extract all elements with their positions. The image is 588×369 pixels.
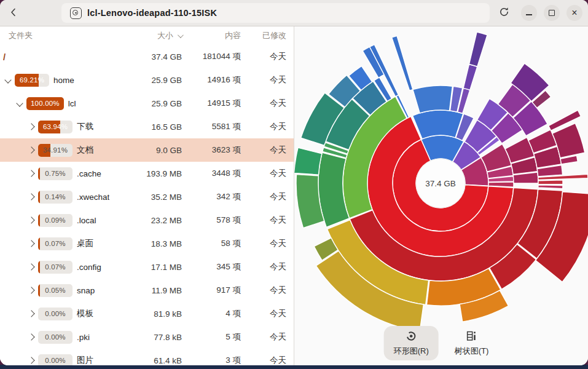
folder-size: 35.2 MB — [130, 192, 182, 202]
treemap-label: 树状图(T) — [455, 346, 489, 357]
header-folder[interactable]: 文件夹 — [0, 30, 130, 41]
rings-chart-label: 环形图(R) — [394, 346, 429, 357]
expander-icon[interactable] — [16, 100, 23, 106]
folder-contents: 3623 项 — [182, 145, 241, 156]
back-button[interactable] — [5, 4, 22, 22]
header-modified[interactable]: 已修改 — [241, 30, 286, 41]
header-size[interactable]: 大小 — [130, 30, 182, 41]
close-icon: × — [571, 8, 577, 18]
ring-segment[interactable] — [392, 36, 413, 90]
folder-modified: 今天 — [241, 74, 286, 85]
ring-segment[interactable] — [469, 32, 487, 66]
folder-rows: /37.4 GB181044 项今天69.21%home25.9 GB14916… — [0, 45, 294, 365]
usage-badge: 100.00% — [26, 97, 64, 110]
expander-icon[interactable] — [28, 193, 34, 200]
usage-badge: 34.91% — [38, 144, 73, 157]
chart-center-circle — [416, 159, 465, 208]
table-row[interactable]: 0.00%模板81.9 kB4 项今天 — [0, 302, 294, 325]
expander-icon[interactable] — [28, 146, 34, 153]
ring-segment[interactable] — [413, 85, 453, 113]
rings-chart[interactable] — [294, 26, 588, 365]
close-button[interactable]: × — [566, 5, 582, 21]
expander-icon[interactable] — [28, 333, 34, 340]
expander-icon[interactable] — [28, 357, 34, 363]
usage-badge: 0.75% — [38, 167, 73, 180]
maximize-button[interactable] — [544, 5, 560, 21]
ring-segment[interactable] — [294, 148, 322, 175]
folder-name: 桌面 — [77, 238, 93, 249]
folder-modified: 今天 — [241, 285, 286, 296]
table-row[interactable]: 0.05%snap11.9 MB917 项今天 — [0, 279, 294, 302]
usage-percent: 0.14% — [45, 193, 66, 200]
folder-contents: 342 项 — [182, 191, 241, 202]
table-row[interactable]: 0.09%.local23.2 MB578 项今天 — [0, 208, 294, 232]
treemap-icon — [466, 330, 477, 344]
folder-cell: 34.91%文档 — [0, 144, 130, 157]
ring-segment[interactable] — [463, 65, 477, 90]
title-pill: lcl-Lenovo-ideapad-110-15ISK — [61, 3, 490, 23]
expander-icon[interactable] — [28, 310, 34, 317]
folder-name: .pki — [77, 333, 90, 342]
folder-cell: 100.00%lcl — [0, 97, 130, 110]
table-row[interactable]: 69.21%home25.9 GB14916 项今天 — [0, 68, 294, 92]
header-contents[interactable]: 内容 — [182, 30, 241, 41]
table-row[interactable]: 100.00%lcl25.9 GB14915 项今天 — [0, 92, 294, 115]
usage-badge-fill — [38, 167, 40, 180]
ring-segment[interactable] — [538, 185, 563, 189]
usage-percent: 63.94% — [43, 123, 68, 130]
minimize-icon — [526, 14, 532, 15]
folder-size: 61.4 kB — [130, 356, 182, 365]
ring-segment[interactable] — [538, 180, 563, 184]
folder-contents: 917 项 — [182, 285, 241, 296]
folder-cell: 0.75%.cache — [0, 167, 130, 180]
folder-name: 图片 — [77, 355, 93, 365]
table-row[interactable]: 34.91%文档9.0 GB3623 项今天 — [0, 138, 294, 162]
folder-contents: 5581 项 — [182, 121, 241, 132]
folder-cell: 0.00%模板 — [0, 308, 130, 320]
minimize-button[interactable] — [521, 5, 537, 21]
folder-contents: 3448 项 — [182, 168, 241, 179]
usage-badge-fill — [38, 261, 40, 274]
folder-cell: 63.94%下载 — [0, 121, 130, 133]
treemap-button[interactable]: 树状图(T) — [445, 326, 499, 360]
table-row[interactable]: 0.14%.xwechat35.2 MB342 项今天 — [0, 185, 294, 208]
folder-name: .cache — [77, 169, 101, 178]
usage-percent: 0.75% — [45, 170, 66, 177]
refresh-button[interactable] — [495, 4, 512, 22]
folder-cell: / — [0, 52, 130, 62]
folder-cell: 0.00%图片 — [0, 354, 130, 366]
usage-percent: 0.07% — [45, 240, 66, 247]
table-row[interactable]: 63.94%下载16.5 GB5581 项今天 — [0, 115, 294, 138]
folder-modified: 今天 — [241, 355, 286, 365]
table-row[interactable]: 0.07%.config17.1 MB345 项今天 — [0, 255, 294, 279]
expander-icon[interactable] — [28, 123, 34, 130]
table-row[interactable]: 0.00%.pki77.8 kB5 项今天 — [0, 325, 294, 349]
view-toggle: 环形图(R) 树状图(T) — [384, 326, 499, 360]
folder-size: 18.3 MB — [130, 239, 182, 248]
folder-modified: 今天 — [241, 331, 286, 343]
table-row[interactable]: 0.07%桌面18.3 MB58 项今天 — [0, 232, 294, 255]
maximize-icon — [549, 10, 555, 16]
folder-size: 81.9 kB — [130, 309, 182, 319]
expander-icon[interactable] — [28, 287, 34, 293]
expander-icon[interactable] — [28, 216, 34, 223]
expander-icon[interactable] — [28, 170, 34, 177]
rings-chart-button[interactable]: 环形图(R) — [384, 326, 439, 360]
table-row[interactable]: 0.75%.cache193.9 MB3448 项今天 — [0, 162, 294, 185]
folder-modified: 今天 — [241, 145, 286, 156]
expander-icon[interactable] — [28, 240, 34, 247]
back-icon — [8, 7, 19, 20]
ring-segment[interactable] — [412, 110, 463, 139]
expander-icon[interactable] — [4, 76, 11, 83]
folder-size: 16.5 GB — [130, 122, 182, 132]
table-row[interactable]: 0.00%图片61.4 kB3 项今天 — [0, 349, 294, 365]
folder-modified: 今天 — [241, 238, 286, 249]
folder-name: 模板 — [77, 308, 93, 319]
folder-name: .xwechat — [77, 192, 109, 202]
usage-badge: 0.07% — [38, 237, 73, 250]
app-window: lcl-Lenovo-ideapad-110-15ISK × 文件夹 大小 — [0, 0, 588, 365]
expander-icon[interactable] — [28, 263, 34, 270]
table-row[interactable]: /37.4 GB181044 项今天 — [0, 45, 294, 68]
folder-name: .config — [77, 263, 101, 272]
folder-modified: 今天 — [241, 51, 286, 62]
